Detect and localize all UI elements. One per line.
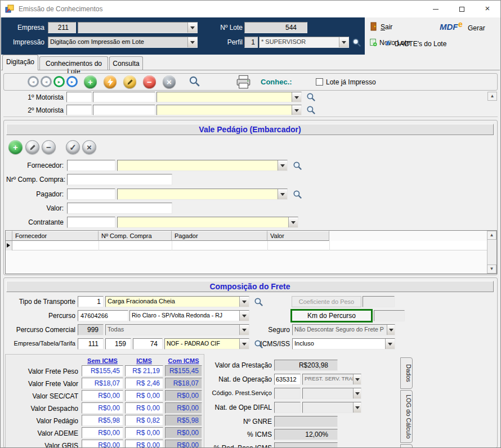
scroll-up-button[interactable]: ▲ xyxy=(487,92,497,101)
side-tab-dados[interactable]: Dados xyxy=(400,357,413,389)
empresa-combo[interactable] xyxy=(78,22,198,33)
motorista1-code-input[interactable] xyxy=(66,92,92,102)
chevron-down-icon[interactable] xyxy=(292,105,301,115)
gerar-button[interactable]: MDF e Gerar xyxy=(440,20,496,34)
ett-tabela-input[interactable] xyxy=(105,338,131,350)
chevron-down-icon[interactable] xyxy=(239,311,249,321)
maximize-button[interactable] xyxy=(449,1,475,17)
delete-record-button[interactable]: − xyxy=(143,75,156,88)
chevron-down-icon[interactable] xyxy=(288,217,298,227)
perfil-num-input[interactable] xyxy=(244,37,258,48)
codigo-prest-combo[interactable] xyxy=(302,388,361,399)
vale-confirm-button[interactable]: ✓ xyxy=(66,140,80,154)
nav-first-icon[interactable]: ◄ xyxy=(28,76,39,87)
perfil-search-icon[interactable] xyxy=(352,38,362,48)
empresa-input[interactable] xyxy=(48,22,76,33)
chevron-down-icon[interactable] xyxy=(387,325,395,335)
percurso-num-input[interactable] xyxy=(78,310,128,321)
grid-header-valor[interactable]: Valor xyxy=(267,231,329,241)
grid-scrollbar[interactable]: ▲ ▼ xyxy=(487,231,496,274)
tab-conhecimentos-do-lote[interactable]: Conhecimentos do Lote xyxy=(39,56,108,70)
grid-scroll-up-button[interactable]: ▲ xyxy=(487,231,496,240)
chevron-down-icon[interactable] xyxy=(292,92,301,102)
fornecedor-combo[interactable] xyxy=(117,160,288,171)
motorista2-doc-input[interactable] xyxy=(93,105,155,115)
vale-add-button[interactable]: + xyxy=(8,140,23,154)
lote-input[interactable] xyxy=(244,22,307,33)
km-percurso-button[interactable]: Km do Percurso xyxy=(290,309,373,322)
pagador-search-icon[interactable] xyxy=(293,190,303,200)
motorista1-search-icon[interactable] xyxy=(306,92,316,102)
dacte-button[interactable]: e DACTE's do Lote xyxy=(384,39,452,49)
motorista2-search-icon[interactable] xyxy=(306,105,316,115)
chevron-down-icon[interactable] xyxy=(278,160,287,171)
ett-empresa-input[interactable] xyxy=(78,338,104,350)
pagador-code-input[interactable] xyxy=(67,189,115,200)
vale-edit-button[interactable] xyxy=(25,140,39,154)
vale-delete-button[interactable]: − xyxy=(42,140,56,154)
km-percurso-input[interactable] xyxy=(374,310,405,321)
chevron-down-icon[interactable] xyxy=(385,339,395,349)
percurso-comercial-num-input[interactable] xyxy=(78,324,104,335)
motorista1-doc-input[interactable] xyxy=(93,92,155,102)
lote-ja-impresso-checkbox[interactable] xyxy=(316,78,323,86)
side-tab-log-calculo[interactable]: LOG do Cálculo xyxy=(400,390,413,443)
add-record-button[interactable]: + xyxy=(84,75,97,88)
coeficiente-peso-input[interactable] xyxy=(363,296,395,307)
nat-difal-combo[interactable] xyxy=(302,402,361,413)
motorista1-combo[interactable] xyxy=(156,92,302,102)
impressao-combo[interactable]: Digitação com Impressão em Lote xyxy=(48,37,198,48)
sair-button[interactable]: Sair xyxy=(370,22,399,32)
fornecedor-code-input[interactable] xyxy=(67,160,115,171)
icms-iss-combo[interactable]: Incluso xyxy=(292,338,395,350)
motorista2-code-input[interactable] xyxy=(66,105,92,115)
nav-last-icon[interactable]: ► xyxy=(66,76,78,87)
seguro-combo[interactable]: Não Descontar Seguro do Frete P xyxy=(292,324,395,335)
print-icon[interactable] xyxy=(236,75,251,91)
chevron-down-icon[interactable] xyxy=(339,37,348,47)
tab-digitacao[interactable]: Digitação xyxy=(2,55,38,70)
chevron-down-icon[interactable] xyxy=(187,23,197,33)
tipo-transporte-combo[interactable]: Carga Fracionada Cheia xyxy=(105,296,249,307)
minimize-button[interactable] xyxy=(423,1,449,17)
tipo-transporte-num-input[interactable] xyxy=(78,296,104,307)
ett-tarifa-input[interactable] xyxy=(133,338,163,350)
contratante-combo[interactable] xyxy=(117,217,298,228)
cancel-record-button[interactable]: × xyxy=(163,75,176,88)
nav-next-icon[interactable]: ► xyxy=(53,76,65,87)
pagador-combo[interactable] xyxy=(117,189,288,200)
nat-operacao-combo[interactable]: PREST. SERV. TRANS xyxy=(302,374,361,385)
chevron-down-icon[interactable] xyxy=(353,374,361,384)
percurso-combo[interactable]: Rio Claro - SP/Volta Redonda - RJ xyxy=(129,310,249,321)
grid-header-pagador[interactable]: Pagador xyxy=(172,231,267,241)
fornecedor-search-icon[interactable] xyxy=(293,161,303,171)
nat-operacao-num-input[interactable] xyxy=(274,374,301,385)
quick-action-button[interactable] xyxy=(104,75,117,88)
contratante-code-input[interactable] xyxy=(67,217,115,228)
nav-prior-icon[interactable]: ◄ xyxy=(41,76,52,87)
search-record-icon[interactable] xyxy=(189,75,199,86)
motorista2-combo[interactable] xyxy=(156,105,302,115)
edit-record-button[interactable] xyxy=(123,75,136,88)
codigo-prest-input[interactable] xyxy=(274,388,301,399)
comp-compra-input[interactable] xyxy=(67,174,172,185)
grid-header-comp-compra[interactable]: Nº Comp. Compra xyxy=(99,231,172,241)
valor-input[interactable] xyxy=(67,203,172,214)
chevron-down-icon[interactable] xyxy=(278,189,287,199)
tab-consulta[interactable]: Consulta xyxy=(109,56,143,70)
vale-cancel-button[interactable]: × xyxy=(82,140,96,154)
chevron-down-icon[interactable] xyxy=(353,388,361,398)
grid-header-fornecedor[interactable]: Fornecedor xyxy=(12,231,99,241)
nat-difal-input[interactable] xyxy=(274,402,301,413)
close-button[interactable]: × xyxy=(475,1,500,17)
perfil-combo[interactable]: * SUPERVISOR xyxy=(259,37,349,48)
tipo-transporte-search-icon[interactable] xyxy=(254,297,264,307)
gnre-input[interactable] xyxy=(274,416,338,427)
grid-scroll-down-button[interactable]: ▼ xyxy=(487,265,496,274)
side-tab-vl[interactable]: Vl. d xyxy=(400,444,413,448)
chevron-down-icon[interactable] xyxy=(187,37,197,47)
chevron-down-icon[interactable] xyxy=(239,297,249,307)
table-row[interactable] xyxy=(6,241,487,250)
percurso-comercial-combo[interactable]: Todas xyxy=(105,324,249,335)
chevron-down-icon[interactable] xyxy=(353,402,361,413)
